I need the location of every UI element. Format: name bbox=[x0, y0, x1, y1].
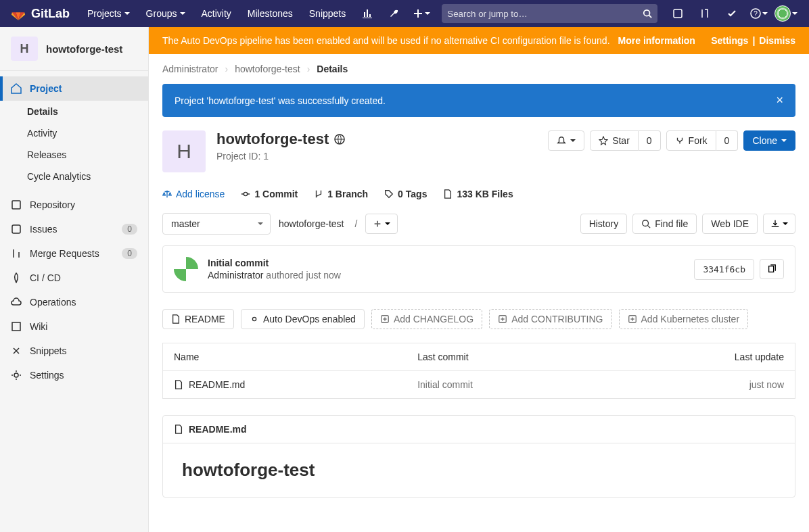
fork-count[interactable]: 0 bbox=[716, 130, 739, 151]
commit-sha[interactable]: 3341f6cb bbox=[694, 259, 754, 280]
svg-rect-10 bbox=[769, 266, 774, 272]
svg-point-0 bbox=[644, 10, 650, 16]
clone-button[interactable]: Clone bbox=[743, 130, 795, 151]
tag-icon bbox=[384, 189, 394, 199]
commit-author-avatar[interactable] bbox=[174, 257, 198, 281]
gitlab-logo[interactable]: GitLab bbox=[11, 6, 70, 21]
sidebar-merge-requests[interactable]: Merge Requests0 bbox=[0, 241, 148, 266]
issues-icon bbox=[11, 224, 22, 235]
book-icon bbox=[11, 321, 22, 332]
files-size[interactable]: 133 KB Files bbox=[443, 189, 513, 199]
sidebar-activity[interactable]: Activity bbox=[0, 122, 148, 144]
plus-square-icon bbox=[498, 314, 507, 324]
flash-text: Project 'howtoforge-test' was successful… bbox=[175, 95, 386, 106]
nav-projects[interactable]: Projects bbox=[80, 0, 137, 27]
svg-point-9 bbox=[643, 220, 649, 226]
notification-button[interactable] bbox=[548, 130, 584, 151]
search-input[interactable] bbox=[447, 9, 643, 19]
star-count[interactable]: 0 bbox=[639, 130, 661, 151]
readme-heading: howtoforge-test bbox=[182, 460, 776, 481]
project-avatar: H bbox=[11, 37, 38, 61]
analytics-icon[interactable] bbox=[355, 0, 379, 27]
find-file-button[interactable]: Find file bbox=[632, 214, 697, 234]
main-content: The Auto DevOps pipeline has been enable… bbox=[149, 27, 809, 532]
todos-icon[interactable] bbox=[720, 0, 744, 27]
readme-button[interactable]: README bbox=[162, 309, 234, 329]
svg-rect-4 bbox=[12, 201, 20, 209]
plus-square-icon bbox=[628, 314, 637, 324]
project-id: Project ID: 1 bbox=[216, 151, 345, 162]
sidebar-details[interactable]: Details bbox=[0, 101, 148, 122]
sidebar-cycle-analytics[interactable]: Cycle Analytics bbox=[0, 166, 148, 187]
banner-more-link[interactable]: More information bbox=[618, 35, 695, 46]
readme-filename[interactable]: README.md bbox=[189, 424, 247, 435]
plus-icon[interactable] bbox=[409, 0, 434, 27]
history-button[interactable]: History bbox=[580, 214, 628, 234]
commits-link[interactable]: 1 Commit bbox=[241, 189, 298, 199]
flash-close-button[interactable]: × bbox=[776, 93, 783, 107]
tree-path[interactable]: howtoforge-test bbox=[276, 214, 347, 234]
readme-header: README.md bbox=[163, 416, 795, 443]
sidebar-wiki[interactable]: Wiki bbox=[0, 314, 148, 339]
star-button[interactable]: Star bbox=[590, 130, 639, 151]
download-button[interactable] bbox=[763, 214, 795, 234]
sidebar-operations[interactable]: Operations bbox=[0, 290, 148, 314]
readme-preview: README.md howtoforge-test bbox=[162, 415, 795, 498]
sidebar-cicd[interactable]: CI / CD bbox=[0, 266, 148, 290]
branches-link[interactable]: 1 Branch bbox=[314, 189, 368, 199]
copy-sha-button[interactable] bbox=[760, 259, 784, 279]
sidebar-snippets[interactable]: Snippets bbox=[0, 339, 148, 363]
svg-rect-1 bbox=[674, 9, 682, 18]
global-search[interactable] bbox=[442, 4, 657, 23]
banner-settings-link[interactable]: Settings bbox=[711, 35, 748, 46]
sidebar-project-header[interactable]: H howtoforge-test bbox=[0, 27, 148, 71]
banner-dismiss-link[interactable]: Dismiss bbox=[759, 35, 795, 46]
banner-text: The Auto DevOps pipeline has been enable… bbox=[162, 35, 610, 46]
help-icon[interactable]: ? bbox=[747, 0, 771, 27]
file-icon bbox=[443, 189, 453, 199]
download-icon bbox=[770, 219, 780, 228]
th-name: Name bbox=[163, 343, 407, 371]
crumb-project[interactable]: howtoforge-test bbox=[235, 64, 300, 74]
nav-milestones[interactable]: Milestones bbox=[241, 0, 300, 27]
sidebar-settings[interactable]: Settings bbox=[0, 363, 148, 387]
wrench-icon[interactable] bbox=[382, 0, 407, 27]
file-row[interactable]: README.md Initial commit just now bbox=[163, 371, 795, 399]
sidebar-project-title: howtoforge-test bbox=[46, 43, 122, 55]
branch-icon bbox=[314, 189, 323, 199]
doc-icon bbox=[171, 314, 181, 324]
add-changelog-button[interactable]: Add CHANGELOG bbox=[371, 309, 482, 329]
brand-text: GitLab bbox=[31, 7, 70, 21]
commit-message[interactable]: Initial commit bbox=[208, 258, 341, 268]
branch-selector[interactable]: master bbox=[162, 213, 271, 235]
svg-point-11 bbox=[252, 317, 256, 320]
scissors-icon bbox=[11, 345, 22, 356]
add-to-tree-button[interactable] bbox=[365, 214, 398, 234]
user-menu[interactable] bbox=[774, 0, 798, 27]
crumb-admin[interactable]: Administrator bbox=[162, 64, 218, 74]
nav-groups[interactable]: Groups bbox=[139, 0, 192, 27]
gear-icon bbox=[250, 314, 259, 324]
sidebar-project[interactable]: Project bbox=[0, 76, 148, 101]
nav-snippets[interactable]: Snippets bbox=[302, 0, 352, 27]
file-icon bbox=[174, 380, 183, 389]
file-last-commit[interactable]: Initial commit bbox=[417, 379, 473, 390]
add-contributing-button[interactable]: Add CONTRIBUTING bbox=[489, 309, 611, 329]
tags-link[interactable]: 0 Tags bbox=[384, 189, 427, 199]
nav-activity[interactable]: Activity bbox=[195, 0, 238, 27]
issues-icon[interactable] bbox=[666, 0, 690, 27]
svg-text:?: ? bbox=[754, 10, 758, 18]
add-kubernetes-button[interactable]: Add Kubernetes cluster bbox=[619, 309, 749, 329]
fork-button[interactable]: Fork bbox=[666, 130, 716, 151]
merge-requests-icon[interactable] bbox=[693, 0, 717, 27]
sidebar-repository[interactable]: Repository bbox=[0, 193, 148, 217]
autodevops-button[interactable]: Auto DevOps enabled bbox=[241, 309, 365, 329]
sidebar-issues[interactable]: Issues0 bbox=[0, 217, 148, 241]
web-ide-button[interactable]: Web IDE bbox=[702, 214, 758, 234]
svg-point-6 bbox=[14, 373, 18, 377]
add-license-link[interactable]: Add license bbox=[162, 189, 225, 199]
sidebar-releases[interactable]: Releases bbox=[0, 144, 148, 166]
file-name-text[interactable]: README.md bbox=[189, 379, 245, 390]
home-icon bbox=[11, 83, 22, 94]
project-sidebar: H howtoforge-test Project Details Activi… bbox=[0, 27, 149, 532]
